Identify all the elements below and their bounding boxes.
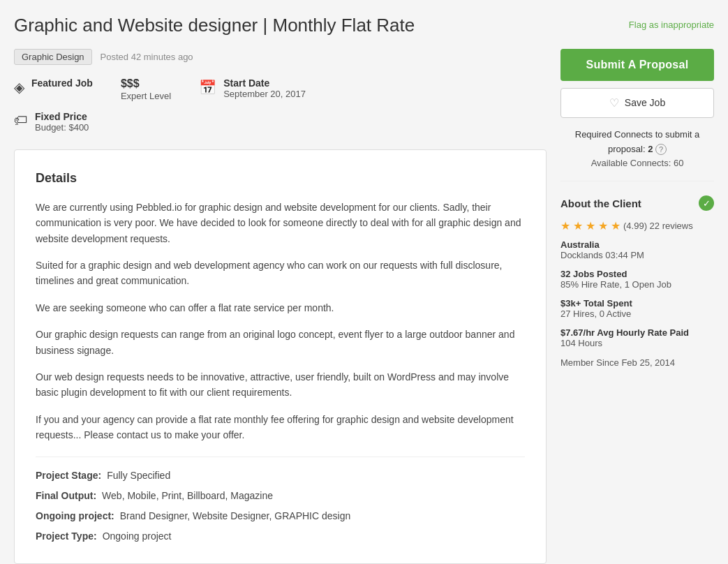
location-sub: Docklands 03:44 PM [560,250,714,260]
details-card: Details We are currently using Pebbled.i… [14,149,547,564]
star-4: ★ [598,219,608,232]
total-spent-sub: 27 Hires, 0 Active [560,309,714,319]
fixed-price-item: 🏷 Fixed Price Budget: $400 [14,111,89,133]
connects-value: 2 [648,144,653,154]
fixed-price-label: Fixed Price [35,111,87,122]
job-title: Graphic and Website designer | Monthly F… [14,14,615,38]
avg-rate-sub: 104 Hours [560,338,714,348]
jobs-posted-label: 32 Jobs Posted [560,269,714,279]
available-connects: Available Connects: 60 [591,158,684,168]
posted-time: Posted 42 minutes ago [101,52,193,62]
avg-rate-item: $7.67/hr Avg Hourly Rate Paid 104 Hours [560,327,714,348]
question-icon[interactable]: ? [655,144,667,155]
stars-row: ★ ★ ★ ★ ★ (4.99) 22 reviews [560,219,714,232]
connects-text: Required Connects to submit a proposal: … [575,129,699,154]
detail-para-1: We are currently using Pebbled.io for gr… [36,200,525,246]
detail-para-5: Our web design requests needs to be inno… [36,369,525,401]
header-area: Graphic and Website designer | Monthly F… [14,14,714,38]
expert-level: Expert Level [121,91,171,101]
page-wrapper: Graphic and Website designer | Monthly F… [14,14,714,564]
about-client-title: About the Client [560,198,641,209]
budget-value: Budget: $400 [35,122,89,133]
location-label: Australia [560,239,714,250]
final-output-row: Final Output: Web, Mobile, Print, Billbo… [36,489,525,503]
project-type-row: Project Type: Ongoing project [36,529,525,544]
start-date-label: Start Date [223,77,269,89]
meta-row: Graphic Design Posted 42 minutes ago [14,49,547,65]
total-spent-label: $3k+ Total Spent [560,298,714,309]
save-job-label: Save Job [625,97,665,108]
ongoing-project-value: Brand Designer, Website Designer, GRAPHI… [120,509,350,524]
final-output-value: Web, Mobile, Print, Billboard, Magazine [102,489,273,503]
detail-para-2: Suited for a graphic design and web deve… [36,258,525,289]
start-date-value: September 20, 2017 [223,89,306,99]
job-info-row: ◈ Featured Job $$$ Expert Level 📅 Start … [14,77,547,101]
detail-para-3: We are seeking someone who can offer a f… [36,300,525,316]
diamond-icon: ◈ [14,79,24,96]
total-spent-item: $3k+ Total Spent 27 Hires, 0 Active [560,298,714,319]
project-stage-value: Fully Specified [107,468,170,483]
dollar-signs: $$$ [121,77,171,90]
project-stage-label: Project Stage: [36,468,101,483]
project-meta: Project Stage: Fully Specified Final Out… [36,457,525,544]
rating-text: (4.99) 22 reviews [623,221,693,231]
verified-icon: ✓ [699,195,714,211]
jobs-posted-sub: 85% Hire Rate, 1 Open Job [560,279,714,290]
details-title: Details [36,171,525,186]
detail-para-6: If you and your agency can provide a fla… [36,412,525,443]
ongoing-project-label: Ongoing project: [36,509,114,524]
member-since-item: Member Since Feb 25, 2014 [560,357,714,368]
star-5: ★ [611,219,621,232]
right-column: Submit A Proposal ♡ Save Job Required Co… [560,49,714,376]
detail-para-4: Our graphic design requests can range fr… [36,327,525,358]
graphic-design-tag[interactable]: Graphic Design [14,49,92,65]
project-stage-row: Project Stage: Fully Specified [36,468,525,483]
ongoing-project-row: Ongoing project: Brand Designer, Website… [36,509,525,524]
featured-job-item: ◈ Featured Job [14,77,93,96]
heart-icon: ♡ [609,96,619,110]
start-date-item: 📅 Start Date September 20, 2017 [199,77,306,99]
budget-item: $$$ Expert Level [121,77,171,101]
featured-job-label: Featured Job [31,77,93,89]
project-type-value: Ongoing project [103,529,172,544]
connects-box: Required Connects to submit a proposal: … [560,128,714,181]
about-client-section: About the Client ✓ ★ ★ ★ ★ ★ (4.99) 22 r… [560,191,714,368]
star-1: ★ [560,219,570,232]
submit-proposal-button[interactable]: Submit A Proposal [560,49,714,81]
project-type-label: Project Type: [36,529,97,544]
left-column: Graphic Design Posted 42 minutes ago ◈ F… [14,49,547,564]
flag-link[interactable]: Flag as inappropriate [629,14,714,30]
star-2: ★ [573,219,583,232]
location-item: Australia Docklands 03:44 PM [560,239,714,260]
fixed-price-row: 🏷 Fixed Price Budget: $400 [14,111,547,133]
save-job-button[interactable]: ♡ Save Job [560,88,714,118]
about-client-header: About the Client ✓ [560,195,714,211]
jobs-posted-item: 32 Jobs Posted 85% Hire Rate, 1 Open Job [560,269,714,290]
details-body: We are currently using Pebbled.io for gr… [36,200,525,443]
member-since-value: Member Since Feb 25, 2014 [560,357,675,368]
final-output-label: Final Output: [36,489,96,503]
tag-icon: 🏷 [14,112,28,128]
main-layout: Graphic Design Posted 42 minutes ago ◈ F… [14,49,714,564]
calendar-icon: 📅 [199,79,216,96]
star-3: ★ [586,219,595,232]
avg-rate-label: $7.67/hr Avg Hourly Rate Paid [560,327,714,338]
